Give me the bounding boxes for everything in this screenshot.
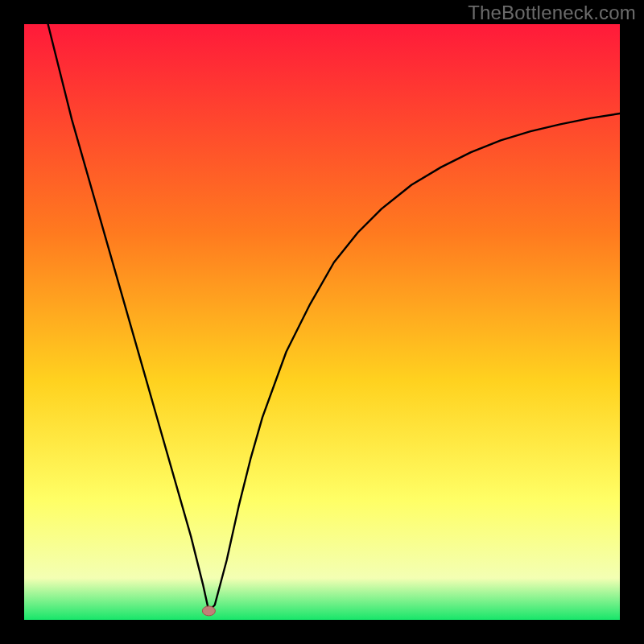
watermark-text: TheBottleneck.com (468, 2, 636, 24)
chart-frame: TheBottleneck.com (0, 0, 644, 644)
plot-area (24, 24, 620, 620)
chart-svg (24, 24, 620, 620)
optimal-point-marker (202, 606, 215, 616)
gradient-background (24, 24, 620, 620)
